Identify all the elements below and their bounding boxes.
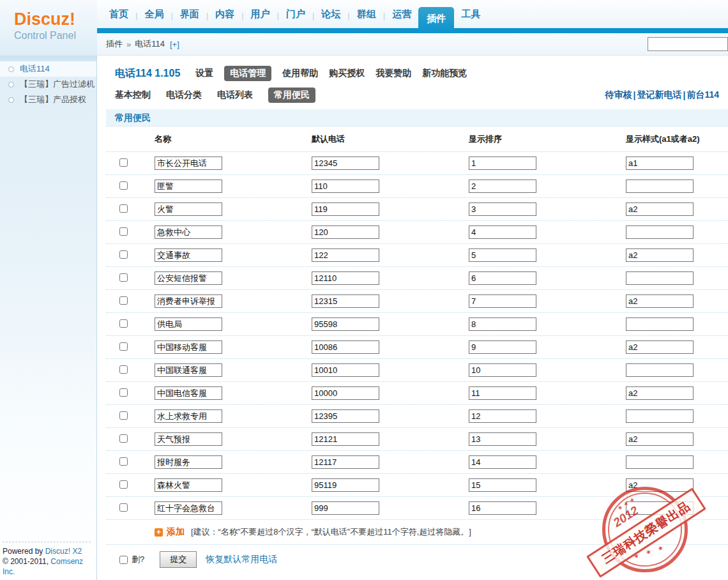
row-select-checkbox[interactable] (119, 434, 128, 443)
style-input[interactable] (626, 340, 694, 354)
style-input[interactable] (626, 225, 694, 239)
phone-input[interactable] (312, 202, 379, 216)
row-select-checkbox[interactable] (119, 503, 128, 512)
plugin-tab[interactable]: 电话管理 (224, 66, 271, 81)
order-input[interactable] (469, 432, 536, 446)
order-input[interactable] (469, 340, 536, 354)
name-input[interactable] (155, 156, 222, 170)
style-input[interactable] (626, 432, 694, 446)
order-input[interactable] (469, 478, 536, 492)
nav-item[interactable]: 首页 (102, 8, 135, 28)
phone-input[interactable] (312, 501, 379, 515)
quick-link[interactable]: 待审核 (605, 89, 632, 101)
style-input[interactable] (626, 455, 694, 469)
style-input[interactable] (626, 156, 694, 170)
submit-button[interactable]: 提交 (160, 551, 197, 568)
row-select-checkbox[interactable] (119, 319, 128, 328)
nav-item[interactable]: 群组 (350, 8, 383, 28)
quick-link[interactable]: 前台114 (686, 89, 719, 101)
row-select-checkbox[interactable] (119, 388, 128, 397)
name-input[interactable] (155, 248, 222, 262)
style-input[interactable] (626, 179, 694, 193)
row-select-checkbox[interactable] (119, 204, 128, 213)
order-input[interactable] (469, 225, 536, 239)
phone-input[interactable] (312, 409, 379, 423)
style-input[interactable] (626, 386, 694, 400)
phone-input[interactable] (312, 340, 379, 354)
name-input[interactable] (155, 363, 222, 377)
style-input[interactable] (626, 202, 694, 216)
phone-input[interactable] (312, 271, 379, 285)
style-input[interactable] (626, 409, 694, 423)
plugin-subtab[interactable]: 电话列表 (217, 89, 253, 101)
plugin-tab[interactable]: 设置 (195, 68, 213, 79)
name-input[interactable] (155, 409, 222, 423)
phone-input[interactable] (312, 156, 379, 170)
phone-input[interactable] (312, 248, 379, 262)
plugin-subtab[interactable]: 常用便民 (268, 88, 315, 103)
order-input[interactable] (469, 386, 536, 400)
phone-input[interactable] (312, 432, 379, 446)
phone-input[interactable] (312, 478, 379, 492)
nav-item[interactable]: 界面 (173, 8, 206, 28)
style-input[interactable] (626, 317, 694, 331)
order-input[interactable] (469, 455, 536, 469)
style-input[interactable] (626, 248, 694, 262)
row-select-checkbox[interactable] (119, 181, 128, 190)
phone-input[interactable] (312, 317, 379, 331)
quick-link[interactable]: 登记新电话 (637, 89, 681, 101)
sidebar-item[interactable]: 【三瑞】广告过滤机 (0, 77, 96, 92)
row-select-checkbox[interactable] (119, 296, 128, 305)
phone-input[interactable] (312, 179, 379, 193)
order-input[interactable] (469, 501, 536, 515)
order-input[interactable] (469, 294, 536, 308)
nav-item[interactable]: 门户 (279, 8, 312, 28)
name-input[interactable] (155, 501, 222, 515)
phone-input[interactable] (312, 363, 379, 377)
name-input[interactable] (155, 317, 222, 331)
order-input[interactable] (469, 271, 536, 285)
admin-search-input[interactable] (648, 37, 728, 51)
name-input[interactable] (155, 386, 222, 400)
nav-item[interactable]: 论坛 (314, 8, 347, 28)
order-input[interactable] (469, 156, 536, 170)
nav-item[interactable]: 插件 (418, 7, 454, 33)
order-input[interactable] (469, 179, 536, 193)
row-select-checkbox[interactable] (119, 227, 128, 236)
breadcrumb-expand-link[interactable]: [+] (170, 40, 179, 49)
order-input[interactable] (469, 248, 536, 262)
nav-item[interactable]: 内容 (208, 8, 241, 28)
name-input[interactable] (155, 432, 222, 446)
row-select-checkbox[interactable] (119, 342, 128, 351)
restore-defaults-link[interactable]: 恢复默认常用电话 (206, 554, 277, 565)
style-input[interactable] (626, 501, 694, 515)
plugin-tab[interactable]: 新功能预览 (422, 68, 467, 79)
add-plus-icon[interactable]: + (155, 528, 163, 537)
name-input[interactable] (155, 455, 222, 469)
style-input[interactable] (626, 294, 694, 308)
name-input[interactable] (155, 271, 222, 285)
plugin-tab[interactable]: 使用帮助 (282, 68, 318, 79)
name-input[interactable] (155, 340, 222, 354)
add-link[interactable]: 添加 (167, 526, 185, 538)
row-select-checkbox[interactable] (119, 457, 128, 466)
nav-item[interactable]: 工具 (454, 8, 487, 28)
sidebar-item[interactable]: 电话114 (0, 61, 96, 77)
style-input[interactable] (626, 478, 694, 492)
row-select-checkbox[interactable] (119, 158, 128, 167)
phone-input[interactable] (312, 386, 379, 400)
delete-checkbox[interactable] (119, 556, 128, 564)
plugin-tab[interactable]: 我要赞助 (375, 68, 411, 79)
plugin-subtab[interactable]: 基本控制 (115, 89, 151, 101)
row-select-checkbox[interactable] (119, 411, 128, 420)
phone-input[interactable] (312, 294, 379, 308)
order-input[interactable] (469, 363, 536, 377)
nav-item[interactable]: 运营 (385, 8, 418, 28)
plugin-subtab[interactable]: 电话分类 (166, 89, 202, 101)
order-input[interactable] (469, 409, 536, 423)
discuz-x2-link[interactable]: Discuz! X2 (45, 547, 82, 556)
style-input[interactable] (626, 271, 694, 285)
name-input[interactable] (155, 294, 222, 308)
nav-item[interactable]: 全局 (137, 8, 171, 28)
row-select-checkbox[interactable] (119, 365, 128, 374)
